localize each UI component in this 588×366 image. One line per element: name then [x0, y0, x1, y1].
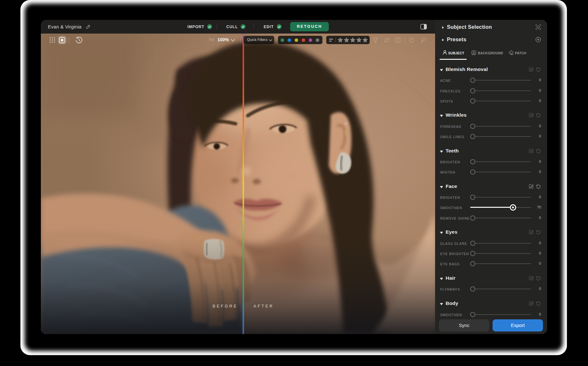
svg-text:AFTER: AFTER	[253, 304, 274, 308]
svg-text:BEFORE: BEFORE	[213, 304, 238, 308]
